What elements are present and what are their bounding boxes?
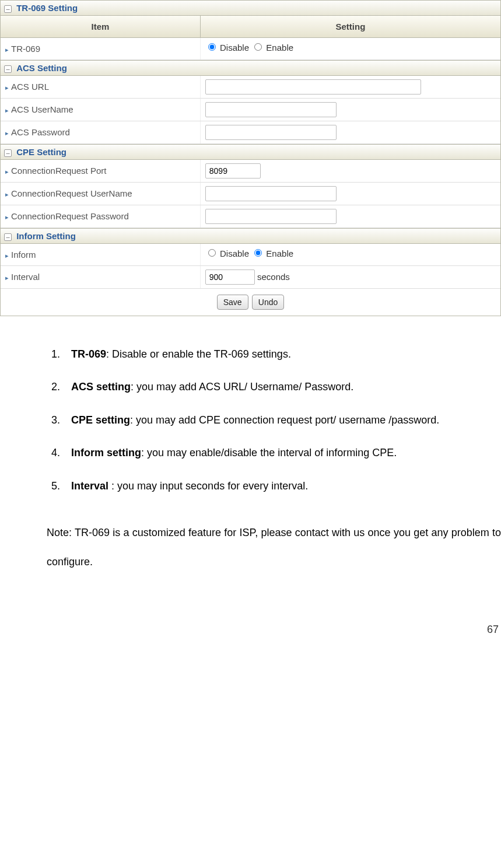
input-cpe-user[interactable] — [205, 186, 337, 201]
th-item: Item — [1, 16, 201, 37]
collapse-icon[interactable]: – — [4, 233, 12, 241]
collapse-icon[interactable]: – — [4, 5, 12, 13]
label-tr069: ▸TR-069 — [1, 38, 201, 60]
page-number: 67 — [0, 577, 501, 642]
collapse-icon[interactable]: – — [4, 149, 12, 157]
row-cpe-user: ▸ConnectionRequest UserName — [1, 183, 500, 205]
row-inform: ▸Inform Disable Enable — [1, 244, 500, 266]
label-interval: ▸Interval — [1, 266, 201, 288]
value-inform: Disable Enable — [201, 244, 500, 265]
label-cpe-pass: ▸ConnectionRequest Password — [1, 205, 201, 228]
label-inform: ▸Inform — [1, 244, 201, 265]
th-setting: Setting — [201, 16, 500, 37]
input-interval[interactable] — [205, 270, 255, 285]
radio-inform-disable[interactable] — [208, 249, 216, 257]
caret-icon: ▸ — [5, 107, 9, 114]
doc-item-3: CPE setting: you may add CPE connection … — [63, 405, 501, 435]
caret-icon: ▸ — [5, 274, 9, 281]
doc-item-5: Interval : you may input seconds for eve… — [63, 471, 501, 501]
value-cpe-user — [201, 183, 500, 205]
caret-icon: ▸ — [5, 168, 9, 175]
input-acs-user[interactable] — [205, 102, 337, 117]
doc-item-4: Inform setting: you may enable/disable t… — [63, 438, 501, 467]
row-interval: ▸Interval seconds — [1, 266, 500, 289]
label-cpe-user: ▸ConnectionRequest UserName — [1, 183, 201, 205]
row-acs-user: ▸ACS UserName — [1, 99, 500, 121]
value-cpe-port — [201, 160, 500, 182]
value-tr069: Disable Enable — [201, 38, 500, 60]
row-acs-pass: ▸ACS Password — [1, 121, 500, 144]
table-header-row: Item Setting — [1, 16, 500, 38]
caret-icon: ▸ — [5, 46, 9, 53]
label-cpe-port: ▸ConnectionRequest Port — [1, 160, 201, 182]
row-acs-url: ▸ACS URL — [1, 76, 500, 99]
row-cpe-port: ▸ConnectionRequest Port — [1, 160, 500, 183]
value-cpe-pass — [201, 205, 500, 228]
doc-list: TR-069: Disable or enable the TR-069 set… — [47, 340, 501, 501]
row-cpe-pass: ▸ConnectionRequest Password — [1, 205, 500, 228]
caret-icon: ▸ — [5, 252, 9, 259]
label-acs-user: ▸ACS UserName — [1, 99, 201, 121]
input-acs-url[interactable] — [205, 79, 421, 94]
section-title-inform: Inform Setting — [16, 231, 76, 241]
radio-inform-enable[interactable] — [254, 249, 262, 257]
save-button[interactable]: Save — [217, 295, 248, 310]
caret-icon: ▸ — [5, 84, 9, 91]
caret-icon: ▸ — [5, 130, 9, 136]
unit-seconds: seconds — [257, 272, 290, 282]
doc-note: Note: TR-069 is a customized feature for… — [47, 518, 501, 577]
label-acs-url: ▸ACS URL — [1, 76, 201, 98]
doc-body: TR-069: Disable or enable the TR-069 set… — [0, 316, 501, 577]
section-header-inform: – Inform Setting — [1, 228, 500, 244]
section-title-tr069: TR-069 Setting — [16, 3, 78, 13]
caret-icon: ▸ — [5, 214, 9, 220]
section-header-acs: – ACS Setting — [1, 60, 500, 76]
input-cpe-port[interactable] — [205, 163, 261, 178]
value-acs-url — [201, 76, 500, 98]
input-cpe-pass[interactable] — [205, 209, 337, 224]
collapse-icon[interactable]: – — [4, 65, 12, 73]
button-row: Save Undo — [1, 289, 500, 316]
caret-icon: ▸ — [5, 191, 9, 198]
value-acs-user — [201, 99, 500, 121]
radio-tr069-enable[interactable] — [254, 43, 262, 51]
doc-item-2: ACS setting: you may add ACS URL/ Userna… — [63, 372, 501, 401]
value-acs-pass — [201, 121, 500, 144]
section-header-tr069: – TR-069 Setting — [1, 1, 500, 16]
section-title-cpe: CPE Setting — [16, 147, 66, 157]
section-header-cpe: – CPE Setting — [1, 144, 500, 160]
value-interval: seconds — [201, 266, 500, 288]
radio-tr069-disable[interactable] — [208, 43, 216, 51]
settings-panel: – TR-069 Setting Item Setting ▸TR-069 Di… — [0, 0, 501, 316]
label-acs-pass: ▸ACS Password — [1, 121, 201, 144]
doc-item-1: TR-069: Disable or enable the TR-069 set… — [63, 340, 501, 369]
input-acs-pass[interactable] — [205, 125, 337, 140]
section-title-acs: ACS Setting — [16, 63, 67, 73]
undo-button[interactable]: Undo — [252, 295, 284, 310]
row-tr069: ▸TR-069 Disable Enable — [1, 38, 500, 60]
